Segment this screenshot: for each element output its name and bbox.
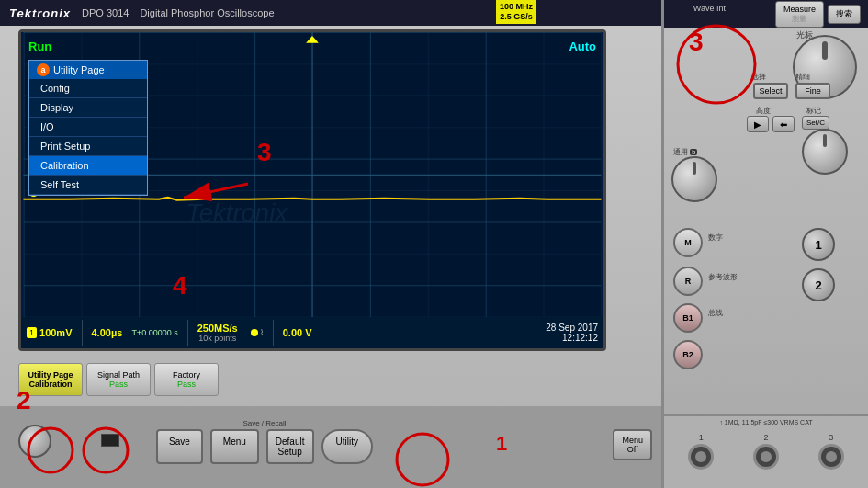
r-label: R	[685, 277, 692, 286]
sample-rate: 250MS/s	[197, 323, 238, 334]
softkey-sp-text: Signal PathPass	[97, 370, 140, 389]
connectors-area: ↑ 1MΩ, 11.5pF ≤300 VRMS CAT 1 2 3	[664, 414, 868, 488]
select-label: Select	[759, 86, 782, 96]
main-knob-mid-left[interactable]	[671, 156, 717, 202]
ch3-label: 3	[829, 433, 833, 442]
digit-label: 数字	[708, 233, 723, 243]
save-label: Save	[169, 437, 190, 447]
svg-text:Tektronix: Tektronix	[186, 199, 288, 227]
softkeys-area: Utility PageCalibration Signal PathPass …	[18, 358, 606, 400]
model-name: DPO 3014	[82, 7, 129, 18]
menu-button[interactable]: Menu	[210, 429, 259, 464]
main-knob-mid-right[interactable]	[802, 129, 848, 175]
model-desc: Digital Phosphor Oscilloscope	[140, 7, 274, 18]
set-clear-button[interactable]: Set/C	[802, 116, 829, 130]
bnc3	[818, 444, 844, 470]
menu-label: Menu	[223, 437, 246, 447]
menu-item-io[interactable]: I/O	[29, 118, 147, 137]
m-button[interactable]: M	[673, 228, 703, 257]
softkey-signal-path[interactable]: Signal PathPass	[86, 363, 151, 396]
save-recall-group: Save / Recall Save Menu DefaultSetup Uti…	[156, 419, 373, 464]
fine-label: Fine	[805, 86, 821, 96]
m-label: M	[684, 238, 692, 247]
wave-int-label: Wave Int	[693, 4, 726, 13]
spec-badge: 100 MHz2.5 GS/s	[496, 0, 536, 24]
time-div: 4.00µs	[92, 327, 123, 338]
softkey-cal-text: Utility PageCalibration	[28, 370, 73, 389]
arrow-buttons: ▶ ⬅	[747, 116, 795, 132]
menu-off-button[interactable]: MenuOff	[613, 429, 652, 460]
back-button[interactable]: ⬅	[772, 116, 795, 132]
ch2-button[interactable]: 2	[802, 268, 835, 301]
usb-port	[101, 434, 119, 447]
search-button[interactable]: 搜索	[828, 5, 861, 24]
menu-item-config[interactable]: Config	[29, 79, 147, 98]
bottom-left-buttons	[18, 425, 51, 458]
trig-voltage: 0.00 V	[283, 327, 312, 338]
power-button[interactable]	[18, 425, 51, 458]
screen-inner: Tektronix Run Auto a Utility Page Config…	[21, 32, 603, 348]
voltage-div: 100mV	[39, 327, 72, 338]
divider3	[273, 320, 274, 346]
ch-indicator: 1	[27, 327, 37, 338]
b2-button[interactable]: B2	[673, 340, 703, 369]
brand-logo: Tektronix	[9, 6, 71, 20]
menu-item-calibration[interactable]: Calibration	[29, 156, 147, 176]
bnc1	[688, 444, 714, 470]
default-setup-button[interactable]: DefaultSetup	[266, 429, 314, 464]
save-recall-label: Save / Recall	[242, 419, 286, 427]
points-label: 10k points	[198, 334, 236, 343]
menu-item-print[interactable]: Print Setup	[29, 137, 147, 156]
play-button[interactable]: ▶	[747, 116, 769, 132]
status-top: Run Auto	[21, 36, 603, 56]
time-offset: T+0.00000 s	[131, 328, 177, 337]
save-recall-buttons: Save Menu DefaultSetup Utility	[156, 429, 373, 464]
softkey-factory[interactable]: FactoryPass	[154, 363, 219, 396]
mark-label: 标记	[806, 106, 821, 116]
run-status: Run	[28, 40, 51, 53]
height-label: 高度	[756, 106, 771, 116]
b1-button[interactable]: B1	[673, 303, 703, 333]
date: 28 Sep 2017	[546, 323, 598, 333]
divider2	[187, 320, 188, 346]
softkey-fac-text: FactoryPass	[173, 370, 200, 389]
timebase-stat: 4.00µs	[92, 327, 123, 338]
r-button[interactable]: R	[673, 267, 703, 296]
oscilloscope-screen: Tektronix Run Auto a Utility Page Config…	[18, 29, 606, 351]
save-button[interactable]: Save	[156, 429, 203, 464]
fine-button[interactable]: Fine	[795, 83, 830, 99]
default-setup-label: DefaultSetup	[276, 437, 305, 457]
auto-status: Auto	[569, 40, 596, 53]
bottom-panel: Save / Recall Save Menu DefaultSetup Uti…	[0, 406, 661, 488]
samplerate-stat: 250MS/s 10k points	[197, 323, 238, 343]
trig-v: 0.00 V	[283, 327, 312, 338]
bus-label: 总线	[708, 308, 723, 318]
menu-title-text: Utility Page	[53, 64, 105, 75]
top-header: Tektronix DPO 3014 Digital Phosphor Osci…	[0, 0, 661, 26]
utility-label: Utility	[336, 437, 358, 447]
bnc-connectors: 1 2 3	[664, 428, 868, 474]
divider1	[82, 320, 83, 346]
softkey-calibration[interactable]: Utility PageCalibration	[18, 363, 83, 396]
ch2-label: 2	[763, 433, 768, 442]
select-button[interactable]: Select	[753, 83, 788, 99]
utility-button[interactable]: Utility	[321, 429, 373, 464]
set-clear-label: Set/C	[806, 119, 825, 127]
b1-label: B1	[682, 313, 693, 323]
offset-stat: T+0.00000 s	[131, 328, 177, 337]
channel-numbers: 1 2	[802, 228, 835, 301]
ch1-label: 1	[699, 433, 704, 442]
bnc2	[753, 444, 779, 470]
menu-off-label: MenuOff	[622, 436, 643, 454]
connector-spec: ↑ 1MΩ, 11.5pF ≤300 VRMS CAT	[664, 416, 868, 428]
oscilloscope-body: Tektronix DPO 3014 Digital Phosphor Osci…	[0, 0, 868, 488]
select-cn-label: 选择	[751, 72, 766, 82]
ch1-button[interactable]: 1	[802, 228, 835, 261]
datetime: 28 Sep 2017 12:12:12	[546, 323, 598, 343]
time: 12:12:12	[546, 333, 598, 343]
menu-item-display[interactable]: Display	[29, 98, 147, 118]
status-bottom: 1 100mV 4.00µs T+0.00000 s 250MS/s 10k p…	[21, 317, 603, 348]
menu-icon: a	[37, 63, 50, 76]
menu-item-selftest[interactable]: Self Test	[29, 176, 147, 195]
measure-button[interactable]: Measure测量	[775, 1, 824, 28]
